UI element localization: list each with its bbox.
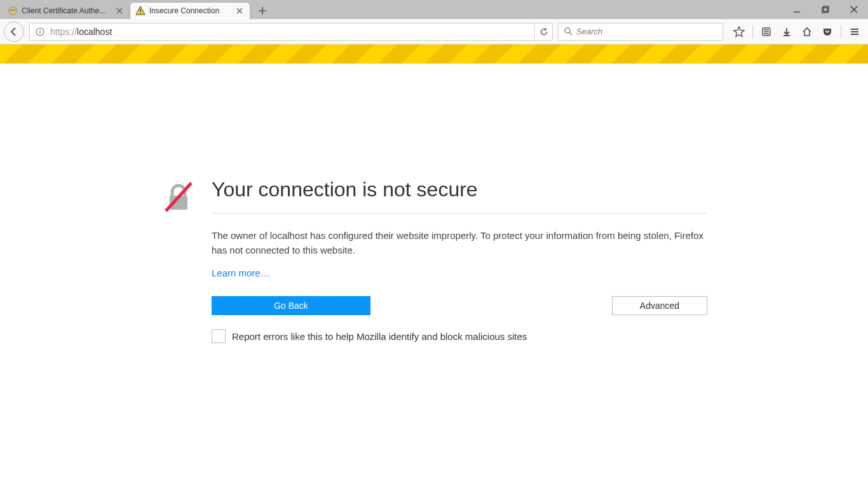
tab-title: Client Certificate Authenti... [22,6,111,15]
tab-insecure-connection[interactable]: Insecure Connection [130,2,250,19]
warning-stripe [0,44,868,64]
learn-more-link[interactable]: Learn more… [212,268,270,278]
url-text: https://localhost [50,27,534,37]
svg-point-0 [9,7,17,15]
svg-point-9 [39,29,41,30]
report-errors-label: Report errors like this to help Mozilla … [232,331,527,342]
library-button[interactable] [757,22,776,41]
window-maximize-button[interactable] [811,0,839,19]
reload-button[interactable] [534,24,548,40]
toolbar-separator [841,25,841,38]
back-button[interactable] [4,22,24,42]
svg-rect-10 [39,31,40,34]
svg-rect-5 [140,13,140,14]
error-description: The owner of localhost has configured th… [212,229,707,257]
svg-rect-6 [822,8,827,13]
window-close-button[interactable] [839,0,868,19]
identity-info-icon[interactable] [34,27,46,36]
svg-point-2 [13,10,15,11]
tab-close-button[interactable] [234,6,245,16]
go-back-button[interactable]: Go Back [212,296,370,315]
svg-rect-7 [824,6,829,11]
url-host: localhost [77,27,112,37]
downloads-button[interactable] [777,22,796,41]
url-protocol: https:// [50,27,77,37]
tab-strip: Client Certificate Authenti... Insecure … [3,0,271,19]
report-errors-checkbox[interactable] [212,329,226,343]
pocket-button[interactable] [818,22,837,41]
tab-title: Insecure Connection [149,6,231,15]
advanced-button[interactable]: Advanced [612,296,707,315]
error-heading: Your connection is not secure [212,178,707,214]
warning-favicon [135,6,146,16]
svg-point-1 [11,10,12,11]
insecure-lock-icon [161,206,196,217]
window-minimize-button[interactable] [782,0,811,19]
search-bar[interactable] [558,23,723,41]
search-input[interactable] [576,27,719,36]
tab-close-button[interactable] [114,6,125,16]
error-page-content: Your connection is not secure The owner … [0,64,868,343]
new-tab-button[interactable] [254,3,271,19]
toolbar-separator [752,25,753,38]
svg-rect-4 [140,9,140,12]
tomcat-favicon [8,6,18,16]
search-icon [562,27,574,36]
nav-toolbar: https://localhost [0,19,868,44]
url-bar[interactable]: https://localhost [29,23,553,41]
tab-client-certificate[interactable]: Client Certificate Authenti... [3,2,130,19]
svg-point-11 [565,28,570,33]
home-button[interactable] [797,22,817,41]
bookmark-star-button[interactable] [729,22,749,41]
menu-button[interactable] [845,22,864,41]
